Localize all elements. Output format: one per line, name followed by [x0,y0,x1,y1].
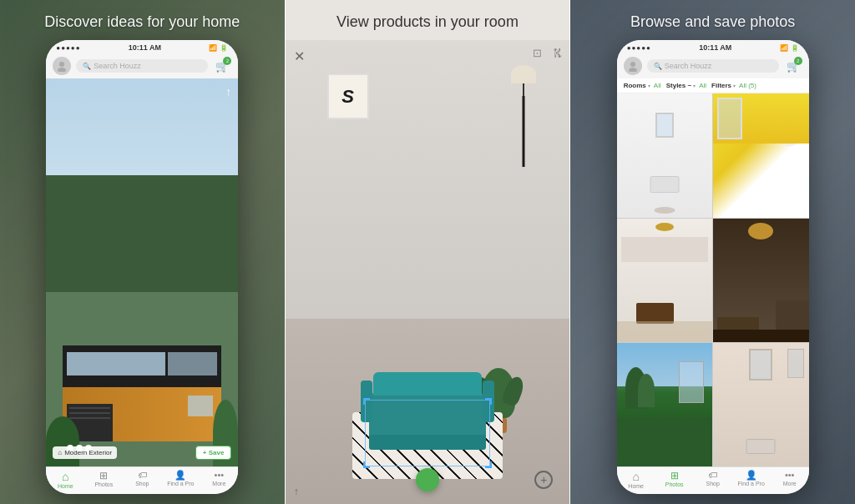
beige-mirror [749,349,772,381]
photo-cell-2[interactable] [713,93,809,217]
nav-photos-1[interactable]: ⊞ Photos [84,471,123,489]
photo-cell-6[interactable] [713,343,809,466]
shop-nav-icon-3: 🏷 [708,471,717,480]
bowl [654,207,675,214]
divider-2 [569,0,570,504]
signal-dots: ●●●●● [56,44,80,52]
upper-windows [67,352,217,375]
filter-bar: Rooms ▾ All Styles ~ ▾ All Filters ▾ All… [617,78,809,93]
status-time-1: 10:11 AM [129,43,161,52]
ar-top-icons: ⊡ ⛕ [533,47,563,59]
garage-line3 [69,417,110,419]
panel-browse: Browse and save photos ●●●●● 10:11 AM 📶 … [570,0,855,504]
nav-shop-3[interactable]: 🏷 Shop [694,471,732,489]
filter-filters[interactable]: Filters ▾ All (5) [711,82,756,89]
rooms-chevron: ▾ [648,83,650,88]
photos-nav-icon-1: ⊞ [99,471,108,481]
signal-dots-3: ●●●●● [627,44,651,52]
sink [650,176,679,193]
ar-selection-box [365,400,490,466]
bottom-nav-1: ⌂ Home ⊞ Photos 🏷 Shop 👤 Find a Pro ••• … [46,466,238,494]
ar-confirm-button[interactable] [416,468,439,491]
nav-photos-label-1: Photos [94,481,113,487]
home-small-icon: ⌂ [58,449,62,456]
status-bar-3: ●●●●● 10:11 AM 📶 🔋 [617,40,809,53]
nav-home-1[interactable]: ⌂ Home [46,471,84,489]
findpro-nav-icon-1: 👤 [175,471,186,480]
nav-shop-label-1: Shop [135,481,149,486]
handle-tr [485,398,492,405]
nav-findpro-label-1: Find a Pro [167,481,194,486]
ar-share-icon[interactable]: ↑ [294,486,299,497]
beige-sink [746,439,776,454]
ar-floor-lamp [511,65,536,167]
beige-window [787,349,804,378]
house-caption: ⌂ Modern Exterior + Save [53,446,231,460]
status-icons-3: 📶 🔋 [780,44,799,52]
handle-br [485,461,492,468]
search-input-3[interactable]: 🔍 Search Houzz [647,59,779,73]
nav-home-3[interactable]: ⌂ Home [617,471,655,489]
status-time-3: 10:11 AM [699,43,731,52]
cart-icon-3[interactable]: 🛒 2 [784,57,802,75]
nav-photos-3[interactable]: ⊞ Photos [655,471,694,489]
photo-cell-5[interactable] [617,343,713,466]
findpro-nav-icon-3: 👤 [746,471,757,480]
avatar-icon [56,60,68,72]
nav-shop-1[interactable]: 🏷 Shop [123,471,161,489]
divider-1 [285,0,286,504]
avatar-3 [624,57,642,75]
window-yellow [717,98,742,139]
house-lower [63,387,221,441]
filter-rooms[interactable]: Rooms ▾ All [624,82,661,89]
panel1-title: Discover ideas for your home [28,0,256,40]
window-small [168,352,217,375]
svg-point-2 [630,62,635,67]
cart-badge-1: 2 [223,57,231,65]
search-placeholder-1: Search Houzz [94,62,141,70]
status-icons-1: 📶 🔋 [209,44,228,52]
nav-findpro-1[interactable]: 👤 Find a Pro [161,471,200,489]
home-nav-icon-1: ⌂ [62,471,68,482]
photo-cell-4[interactable] [713,219,809,342]
phone-mockup-1: ●●●●● 10:11 AM 📶 🔋 🔍 Search Houzz 🛒 2 [46,40,238,494]
chandelier-small [655,223,674,231]
avatar-icon-3 [627,60,639,72]
ar-close-button[interactable]: ✕ [294,48,305,64]
handle-tl [363,398,370,405]
cart-icon-1[interactable]: 🛒 2 [213,57,231,75]
bottom-nav-3: ⌂ Home ⊞ Photos 🏷 Shop 👤 Find a Pro ••• … [617,466,809,494]
filter-styles[interactable]: Styles ~ ▾ All [666,82,706,89]
photos-nav-icon-3: ⊞ [670,471,679,481]
share-icon-1[interactable]: ↑ [225,85,231,98]
nav-home-label-1: Home [58,483,73,489]
phone-mockup-3: ●●●●● 10:11 AM 📶 🔋 🔍 Search Houzz 🛒 2 [617,40,809,494]
search-input-1[interactable]: 🔍 Search Houzz [76,59,208,73]
window-large [67,352,165,375]
ar-icon-1[interactable]: ⊡ [533,47,542,59]
nav-more-label-3: More [783,481,797,486]
ar-artwork: S [327,73,369,119]
lamp-stand [523,96,525,167]
kitchen-floor [617,321,713,342]
save-button-1[interactable]: + Save [195,446,232,460]
svg-point-0 [59,62,64,67]
house-image: ↑ ⌂ Modern Exterior + Save [46,78,238,466]
photo-cell-1[interactable] [617,93,713,217]
dark-floor [713,330,809,342]
nav-more-3[interactable]: ••• More [771,471,809,489]
ar-icon-2[interactable]: ⛕ [552,47,563,59]
nav-more-label-1: More [212,481,225,486]
search-bar-1: 🔍 Search Houzz 🛒 2 [46,53,238,78]
photo-cell-3[interactable] [617,219,713,342]
nav-findpro-label-3: Find a Pro [738,481,765,486]
svg-point-1 [58,68,66,72]
more-nav-icon-1: ••• [215,471,225,480]
lower-window [188,396,213,416]
styles-chevron: ▾ [693,83,696,88]
svg-point-3 [629,68,637,72]
handle-bl [363,461,370,468]
nav-findpro-3[interactable]: 👤 Find a Pro [732,471,771,489]
trees-bg [46,175,238,291]
wifi-icon: 📶 [209,44,217,52]
